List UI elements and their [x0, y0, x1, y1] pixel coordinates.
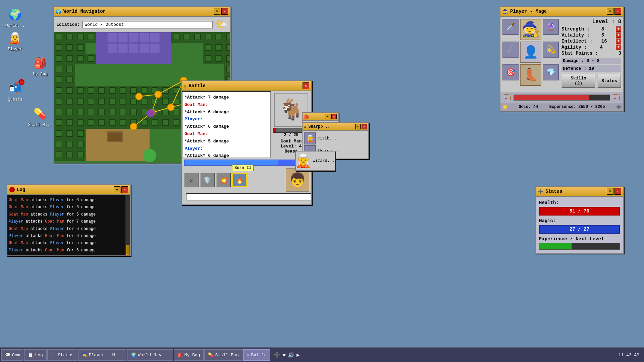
wizard-content: 🧝 wizard... [296, 152, 335, 170]
burn-tooltip: Burn II [232, 165, 254, 171]
status-window: ➕ Status ▼ ✕ Health: 51 / 76 Magic: 27 /… [535, 186, 624, 254]
burn-action-btn[interactable]: 🔥 [232, 173, 247, 187]
player-desktop-icon: 🧝 [7, 30, 23, 46]
location-icon: 🌤️ [216, 19, 227, 30]
location-input[interactable] [83, 21, 213, 28]
stat-points-row: Stat Points : 3 [561, 50, 621, 56]
taskbar-heart-icon: ❤️ [282, 352, 286, 358]
level-row: Level : 8 [561, 19, 621, 25]
quests-icon-wrapper: 📬 3 [7, 80, 23, 97]
desktop-icon-player[interactable]: 🧝 Player [2, 30, 29, 52]
desktop-icon-bag[interactable]: 🎒 My Bag [27, 55, 54, 77]
agility-plus-btn[interactable]: + [616, 45, 621, 50]
exp-bar-fill [514, 95, 589, 100]
head-slot[interactable]: 🎯 [502, 64, 519, 80]
health-label: Health: [539, 200, 620, 205]
special-action-btn[interactable]: 💥 [216, 173, 231, 187]
battle-actions-row: ⚔️ 🛡️ 💥 🔥 Burn II 👦 [182, 167, 311, 193]
magic-label: Magic: [539, 218, 620, 224]
status-content: Health: 51 / 76 Magic: 27 / 27 Experienc… [536, 197, 623, 253]
intellect-plus-btn[interactable]: + [616, 39, 621, 44]
taskbar-btn-mybag[interactable]: 🎒 My Bag [174, 349, 204, 361]
log-minimize-btn[interactable]: ▼ [114, 186, 120, 193]
status-close-btn[interactable]: ✕ [614, 188, 621, 195]
battle-titlebar: ⚔️ Battle ✕ [182, 81, 311, 91]
gem-slot[interactable]: 💎 [543, 64, 559, 80]
player-panel-close-btn[interactable]: ✕ [614, 8, 621, 15]
face-portrait: 👤 [520, 42, 541, 63]
taskbar-btn-log[interactable]: 📋 Log [24, 349, 46, 361]
strength-row: Strength : 8 + [561, 26, 621, 32]
taskbar-btn-battle[interactable]: ⚔️ Battle [243, 349, 271, 361]
status-btn[interactable]: Status [597, 74, 621, 88]
damage-row: Damage : 6 - 8 [561, 58, 621, 64]
battle-icon: ⚔️ [184, 83, 186, 89]
sharpb-close-btn[interactable]: ✕ [362, 124, 367, 129]
battle-text-input[interactable] [186, 193, 311, 200]
sharpb-item-1-label: visib... [317, 136, 337, 141]
desktop-icon-quests[interactable]: 📬 3 Quests [2, 80, 29, 102]
sharpb-minimize-btn[interactable]: ▼ [355, 124, 361, 129]
magic-bar: 27 / 27 [539, 225, 620, 234]
weapon-slot[interactable]: 🗡️ [502, 19, 519, 35]
location-label: Location: [56, 22, 80, 27]
taskbar-btn-status[interactable]: ➕ Status [47, 349, 77, 361]
stats-panel: Level : 8 Strength : 8 + Vitality : 5 + … [561, 19, 621, 90]
attack-action-btn[interactable]: ⚔️ [184, 173, 199, 187]
status-taskbar-icon: ➕ [51, 352, 56, 358]
log-scroll-thumb[interactable] [126, 245, 129, 255]
wizard-label: wizard... [312, 157, 335, 165]
status-titlebar: ➕ Status ▼ ✕ [536, 187, 623, 197]
exp-expand-icon[interactable]: ➕ [616, 105, 621, 110]
skill-orb-slot[interactable]: 💫 [543, 42, 559, 58]
boots-slot[interactable]: 👢 [520, 64, 541, 86]
exp-label: Experience: 2550 / 3265 [549, 105, 605, 110]
player-panel-minimize-btn[interactable]: ▼ [607, 8, 613, 15]
log-content-wrapper: Goat Man attacks Player for 6 damageGoat… [7, 195, 130, 255]
mybag-taskbar-icon: 🎒 [177, 352, 183, 358]
sharpb-item-1-slot[interactable]: 🧝 [304, 132, 316, 144]
player-battle-portrait: 👦 [286, 168, 309, 192]
health-bar: 51 / 76 [539, 207, 620, 216]
player-panel-content: 🗡️ 🧙 🔮 🗝️ 👤 💫 🎯 👢 💎 [500, 17, 623, 92]
defend-action-btn[interactable]: 🛡️ [200, 173, 215, 187]
battle-content: *Attack* 7 damageGoat Man:*Attack* 6 dam… [182, 91, 311, 158]
defence-row: Defence : 19 [561, 65, 621, 72]
accessory-slot[interactable]: 🗝️ [502, 42, 519, 58]
intellect-row: Intellect : 16 + [561, 38, 621, 44]
gold-exp-row: 🪙 Gold: 44 Experience: 2550 / 3265 ➕ [500, 103, 623, 111]
taskbar-system-icons: ➕ ❤️ 🔊 ▶️ [271, 352, 302, 358]
taskbar: 💬 Com 📋 Log ➕ Status 🧙 Player - M... 🌍 W… [0, 347, 644, 362]
taskbar-btn-smallbag[interactable]: 💊 Small Bag [204, 349, 242, 361]
battle-close-btn[interactable]: ✕ [303, 82, 309, 89]
character-portrait: 🧙 [520, 19, 541, 40]
agility-row: Agility : 4 + [561, 44, 621, 50]
log-close-btn[interactable]: ✕ [121, 186, 128, 193]
exp-progress-fill [539, 243, 572, 249]
log-taskbar-icon: 📋 [28, 352, 33, 358]
com-icon: 💬 [5, 352, 10, 358]
bag-close-btn[interactable]: ✕ [331, 114, 337, 119]
desktop-icon-smallb[interactable]: 💊 Small B... [27, 106, 54, 127]
taskbar-btn-player[interactable]: 🧙 Player - M... [78, 349, 126, 361]
player-taskbar-icon: 🧙 [82, 352, 87, 358]
skills-btn[interactable]: Skills (2) [561, 74, 595, 88]
taskbar-speaker-icon: 🔊 [288, 352, 294, 358]
world-nav-close-btn[interactable]: ✕ [221, 8, 228, 15]
taskbar-btn-worldnav[interactable]: 🌍 World Nav... [127, 349, 173, 361]
taskbar-btn-com[interactable]: 💬 Com [1, 349, 23, 361]
taskbar-plus-icon: ➕ [274, 352, 280, 358]
quests-badge: 3 [18, 79, 24, 85]
status-minimize-btn[interactable]: ▼ [607, 188, 613, 195]
desktop-icon-world[interactable]: 🌍 World... [2, 7, 29, 28]
world-nav-minimize-btn[interactable]: ▼ [214, 8, 220, 15]
bag-minimize-btn[interactable]: ▼ [325, 114, 330, 119]
sharpb-item-1[interactable]: 🧝 visib... [304, 132, 367, 144]
bag-titlebar: 🎒 ▼ ✕ [303, 113, 338, 121]
player-hp-row: 🏹 🏹 [500, 92, 623, 103]
offhand-slot[interactable]: 🔮 [543, 19, 559, 35]
vitality-plus-btn[interactable]: + [616, 33, 621, 38]
gold-icon: 🪙 [502, 105, 507, 110]
log-scrollbar[interactable] [125, 195, 130, 255]
strength-plus-btn[interactable]: + [616, 26, 621, 32]
